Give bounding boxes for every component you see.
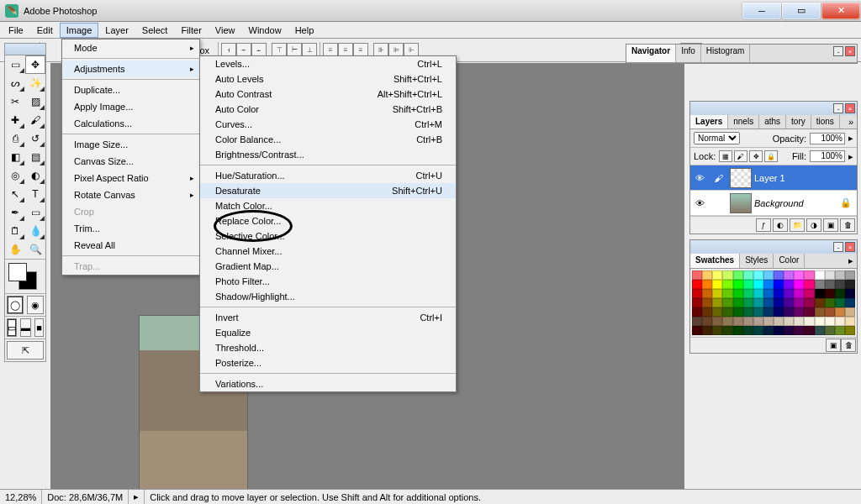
swatch-cell[interactable] bbox=[692, 326, 702, 335]
image-menu-item[interactable]: Adjustments bbox=[62, 60, 199, 77]
heal-tool[interactable]: ✚ bbox=[5, 111, 25, 129]
swatch-cell[interactable] bbox=[733, 270, 743, 280]
swatch-cell[interactable] bbox=[763, 289, 774, 298]
adjustments-item[interactable]: Replace Color... bbox=[200, 213, 456, 228]
panel-close-button[interactable]: × bbox=[845, 242, 855, 252]
swatch-cell[interactable] bbox=[743, 317, 753, 326]
swatch-cell[interactable] bbox=[733, 317, 743, 326]
fill-value[interactable]: 100% bbox=[810, 150, 845, 162]
layer-name[interactable]: Background bbox=[754, 198, 804, 208]
screen-mode-button[interactable]: ■ bbox=[34, 318, 44, 337]
new-swatch-button[interactable]: ▣ bbox=[826, 339, 841, 352]
swatch-cell[interactable] bbox=[702, 317, 712, 326]
jump-to-button[interactable]: ⇱ bbox=[7, 341, 44, 360]
swatch-cell[interactable] bbox=[712, 280, 722, 289]
swatch-cell[interactable] bbox=[815, 280, 825, 289]
panel-close-button[interactable]: × bbox=[845, 46, 855, 56]
adjustments-item[interactable]: Variations... bbox=[200, 376, 456, 391]
swatch-cell[interactable] bbox=[825, 317, 835, 326]
image-menu-item[interactable]: Canvas Size... bbox=[62, 153, 199, 170]
swatch-cell[interactable] bbox=[774, 326, 784, 335]
swatch-cell[interactable] bbox=[753, 307, 763, 317]
swatch-cell[interactable] bbox=[845, 317, 855, 326]
swatch-cell[interactable] bbox=[733, 280, 743, 289]
crop-tool[interactable]: ✂ bbox=[5, 92, 25, 111]
swatch-cell[interactable] bbox=[692, 280, 702, 289]
zoom-tool[interactable]: 🔍 bbox=[25, 240, 45, 259]
menu-edit[interactable]: Edit bbox=[30, 23, 60, 38]
swatch-cell[interactable] bbox=[733, 326, 743, 335]
swatch-cell[interactable] bbox=[845, 280, 855, 289]
swatch-cell[interactable] bbox=[784, 270, 794, 280]
stamp-tool[interactable]: ⎙ bbox=[5, 129, 25, 148]
image-menu-item[interactable]: Apply Image... bbox=[62, 98, 199, 115]
new-adjustment-button[interactable]: ◑ bbox=[806, 218, 821, 232]
quickmask-mode-button[interactable]: ◉ bbox=[27, 296, 44, 314]
blend-mode-select[interactable]: Normal bbox=[694, 132, 740, 144]
swatch-cell[interactable] bbox=[774, 280, 784, 289]
lock-paint-icon[interactable]: 🖌 bbox=[734, 150, 747, 162]
menu-help[interactable]: Help bbox=[288, 23, 321, 38]
layer-name[interactable]: Layer 1 bbox=[754, 173, 785, 183]
swatch-cell[interactable] bbox=[784, 307, 794, 317]
flyout-icon[interactable]: ▸ bbox=[845, 254, 857, 268]
adjustments-item[interactable]: Gradient Map... bbox=[200, 259, 456, 274]
adjustments-item[interactable]: Equalize bbox=[200, 325, 456, 340]
doc-size-display[interactable]: Doc: 28,6M/36,7M bbox=[42, 490, 129, 504]
swatch-cell[interactable] bbox=[784, 289, 794, 298]
menu-select[interactable]: Select bbox=[135, 23, 175, 38]
swatch-cell[interactable] bbox=[722, 317, 732, 326]
dodge-tool[interactable]: ◐ bbox=[25, 166, 45, 185]
status-flyout-icon[interactable]: ▸ bbox=[129, 490, 145, 504]
swatch-cell[interactable] bbox=[763, 307, 774, 317]
swatch-cell[interactable] bbox=[815, 307, 825, 317]
swatch-cell[interactable] bbox=[692, 298, 702, 307]
swatch-cell[interactable] bbox=[702, 289, 712, 298]
maximize-button[interactable]: ▭ bbox=[782, 3, 821, 19]
swatch-cell[interactable] bbox=[804, 298, 814, 307]
swatch-cell[interactable] bbox=[794, 307, 804, 317]
swatch-cell[interactable] bbox=[825, 289, 835, 298]
swatch-cell[interactable] bbox=[794, 270, 804, 280]
adjustments-item[interactable]: Levels...Ctrl+L bbox=[200, 56, 456, 71]
histogram-tab[interactable]: Histogram bbox=[701, 45, 751, 62]
path-select-tool[interactable]: ↖ bbox=[5, 185, 25, 203]
menu-filter[interactable]: Filter bbox=[174, 23, 208, 38]
swatch-cell[interactable] bbox=[702, 298, 712, 307]
adjustments-item[interactable]: Posterize... bbox=[200, 355, 456, 370]
eraser-tool[interactable]: ◧ bbox=[5, 148, 25, 166]
toolbox-header[interactable] bbox=[5, 44, 45, 55]
swatch-cell[interactable] bbox=[794, 280, 804, 289]
swatch-cell[interactable] bbox=[794, 298, 804, 307]
visibility-icon[interactable]: 👁 bbox=[690, 198, 709, 208]
swatch-cell[interactable] bbox=[804, 289, 814, 298]
layer-style-button[interactable]: ƒ bbox=[756, 218, 771, 232]
swatch-cell[interactable] bbox=[804, 270, 814, 280]
swatch-cell[interactable] bbox=[722, 326, 732, 335]
layer-thumbnail[interactable] bbox=[730, 193, 752, 213]
lasso-tool[interactable]: ᔕ bbox=[5, 74, 25, 92]
swatch-cell[interactable] bbox=[733, 298, 743, 307]
zoom-display[interactable]: 12,28% bbox=[0, 490, 42, 504]
adjustments-item[interactable]: InvertCtrl+I bbox=[200, 310, 456, 325]
swatch-cell[interactable] bbox=[784, 298, 794, 307]
swatch-cell[interactable] bbox=[763, 298, 774, 307]
swatch-cell[interactable] bbox=[804, 326, 814, 335]
swatch-cell[interactable] bbox=[733, 307, 743, 317]
layers-panel-tab[interactable]: tory bbox=[786, 115, 811, 129]
swatch-cell[interactable] bbox=[692, 270, 702, 280]
swatch-cell[interactable] bbox=[835, 307, 845, 317]
swatch-cell[interactable] bbox=[825, 307, 835, 317]
swatch-cell[interactable] bbox=[702, 280, 712, 289]
swatch-cell[interactable] bbox=[794, 326, 804, 335]
adjustments-item[interactable]: Selective Color... bbox=[200, 228, 456, 244]
swatch-cell[interactable] bbox=[753, 298, 763, 307]
close-button[interactable]: ✕ bbox=[821, 3, 860, 19]
adjustments-item[interactable]: Channel Mixer... bbox=[200, 244, 456, 259]
type-tool[interactable]: T bbox=[25, 185, 45, 203]
swatch-cell[interactable] bbox=[794, 289, 804, 298]
layer-mask-button[interactable]: ◐ bbox=[773, 218, 788, 232]
notes-tool[interactable]: 🗒 bbox=[5, 222, 25, 240]
adjustments-item[interactable]: Photo Filter... bbox=[200, 274, 456, 289]
swatch-cell[interactable] bbox=[774, 307, 784, 317]
